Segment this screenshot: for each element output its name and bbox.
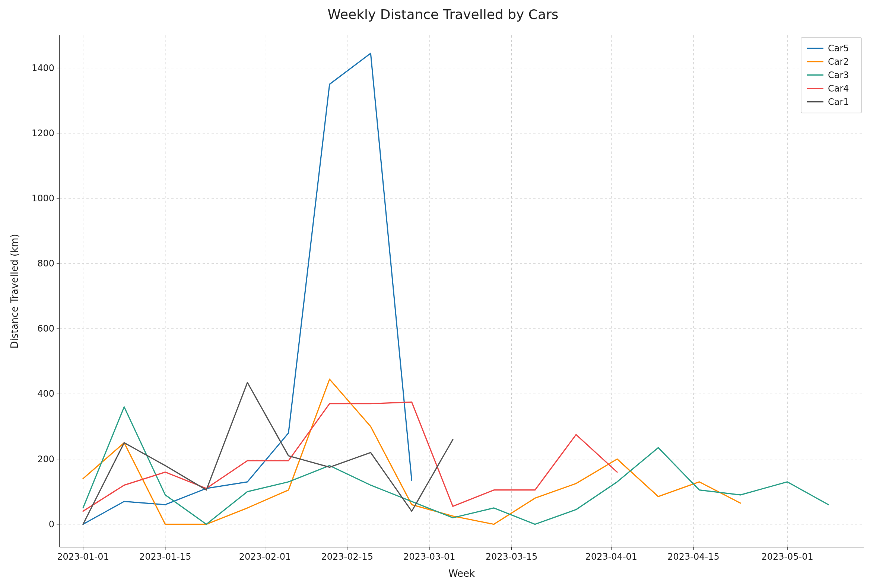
y-tick-label: 600 — [37, 323, 54, 334]
x-tick-label: 2023-04-01 — [585, 552, 637, 562]
legend-label: Car5 — [828, 43, 849, 54]
series-car5 — [83, 53, 412, 524]
x-tick-label: 2023-03-15 — [486, 552, 537, 562]
chart-container: Weekly Distance Travelled by Cars 020040… — [0, 0, 886, 588]
y-tick-label: 800 — [37, 258, 54, 269]
legend-label: Car1 — [828, 97, 849, 107]
x-tick-label: 2023-03-01 — [403, 552, 455, 562]
legend-label: Car2 — [828, 57, 849, 67]
legend-label: Car4 — [828, 83, 849, 94]
x-tick-label: 2023-05-01 — [761, 552, 813, 562]
y-tick-label: 400 — [37, 388, 54, 399]
y-axis-label: Distance Travelled (km) — [9, 234, 20, 349]
series-car2 — [83, 379, 740, 524]
x-tick-label: 2023-01-01 — [57, 552, 109, 562]
x-tick-label: 2023-02-15 — [321, 552, 373, 562]
series-car4 — [83, 402, 617, 511]
y-tick-label: 1400 — [32, 63, 54, 74]
x-tick-label: 2023-02-01 — [239, 552, 291, 562]
y-tick-label: 1200 — [32, 128, 54, 138]
chart-svg: 02004006008001000120014002023-01-012023-… — [0, 0, 886, 588]
y-tick-label: 1000 — [32, 193, 54, 204]
x-tick-label: 2023-04-15 — [667, 552, 719, 562]
legend-label: Car3 — [828, 70, 849, 80]
y-tick-label: 200 — [37, 454, 54, 465]
x-axis-label: Week — [448, 568, 475, 579]
x-tick-label: 2023-01-15 — [139, 552, 191, 562]
y-tick-label: 0 — [49, 519, 54, 530]
series-car3 — [83, 407, 828, 524]
